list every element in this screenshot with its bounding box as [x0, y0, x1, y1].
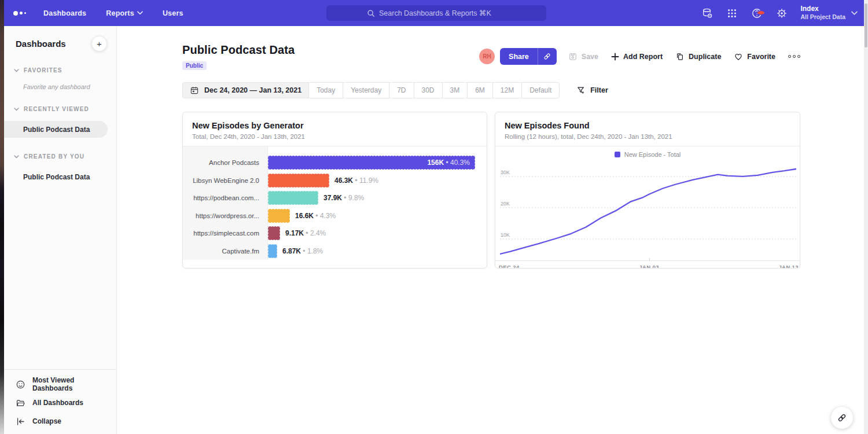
more-actions-button[interactable] [788, 55, 800, 58]
section-created-by-you-label: CREATED BY YOU [24, 153, 84, 160]
line-chart-plot[interactable]: 10K20K30K [495, 161, 800, 260]
top-menu: Dashboards Reports Users [43, 9, 183, 17]
avatar[interactable]: RH [479, 49, 495, 64]
bar-segment-1[interactable]: 156K • 40.3% [268, 156, 475, 170]
calendar-icon [190, 86, 199, 95]
save-button[interactable]: Save [568, 52, 598, 61]
sidebar-footer: Most Viewed Dashboards All Dashboards Co… [4, 369, 116, 431]
search-icon [367, 9, 375, 17]
share-button-group: Share [500, 48, 557, 65]
bar-zone: 46.3K • 11.9% [268, 172, 487, 190]
favorite-button[interactable]: Favorite [734, 52, 775, 61]
sidebar-item-public-podcast-data-recent[interactable]: Public Podcast Data [4, 121, 108, 138]
quick-range-7d[interactable]: 7D [389, 83, 413, 98]
bar-chart-header: New Episodes by Generator Total, Dec 24t… [183, 112, 487, 146]
bar-value-label: 9.17K • 2.4% [285, 229, 326, 237]
save-label: Save [582, 53, 598, 61]
bar-segment-4[interactable] [268, 209, 290, 223]
filter-button[interactable]: Filter [576, 86, 608, 95]
bar-category-label: Libsyn WebEngine 2.0 [183, 177, 268, 184]
section-recently-viewed-label: RECENTLY VIEWED [24, 106, 89, 112]
line-chart-header: New Episodes Found Rolling (12 hours), t… [495, 112, 800, 146]
plus-icon [611, 53, 619, 61]
date-range-bar: Dec 24, 2020 — Jan 13, 2021 TodayYesterd… [182, 82, 560, 98]
nav-reports[interactable]: Reports [106, 9, 143, 17]
quick-range-yesterday[interactable]: Yesterday [343, 83, 389, 98]
bar-zone: 156K • 40.3% [268, 154, 487, 172]
nav-users[interactable]: Users [163, 9, 183, 17]
bar-segment-6[interactable] [268, 244, 277, 258]
nav-reports-label: Reports [106, 9, 134, 17]
quick-range-3m[interactable]: 3M [442, 83, 468, 98]
add-report-button[interactable]: Add Report [611, 53, 663, 61]
section-created-by-you[interactable]: CREATED BY YOU [14, 153, 116, 160]
bar-segment-2[interactable] [268, 174, 329, 187]
most-viewed-dashboards-button[interactable]: Most Viewed Dashboards [4, 375, 116, 393]
duplicate-label: Duplicate [689, 53, 721, 61]
bar-row: https://wordpress.or...16.6K • 4.3% [183, 207, 487, 225]
apps-grid-icon[interactable] [726, 7, 738, 20]
nav-dashboards[interactable]: Dashboards [43, 9, 86, 17]
bar-value-label: 37.9K • 9.8% [323, 194, 364, 202]
collapse-icon [16, 417, 25, 426]
charts-row: New Episodes by Generator Total, Dec 24t… [182, 112, 800, 269]
bar-chart-plot[interactable]: Anchor Podcasts156K • 40.3%Libsyn WebEng… [183, 146, 487, 268]
x-tick-label-start: DEC 24 [499, 264, 520, 269]
quick-range-today[interactable]: Today [308, 83, 343, 98]
gear-icon[interactable] [775, 7, 788, 20]
bar-zone: 9.17K • 2.4% [268, 225, 487, 242]
quick-range-12m[interactable]: 12M [492, 83, 521, 98]
duplicate-icon [675, 52, 685, 61]
bar-row: https://podbean.com...37.9K • 9.8% [183, 189, 487, 207]
bar-category-label: https://simplecast.com [183, 230, 268, 237]
data-source-icon[interactable] [701, 7, 713, 20]
background-edge-strip [0, 0, 4, 434]
bar-segment-5[interactable] [268, 226, 280, 240]
line-chart-legend[interactable]: New Episode - Total [495, 148, 800, 161]
dashboard-actions: RH Share Save Add Report Dupl [479, 48, 800, 65]
quick-range-30d[interactable]: 30D [414, 83, 442, 98]
bar-zone: 16.6K • 4.3% [268, 207, 487, 225]
section-favorites[interactable]: FAVORITES [14, 67, 116, 73]
bar-value-label: 46.3K • 11.9% [334, 176, 378, 185]
line-chart-title[interactable]: New Episodes Found [505, 121, 790, 130]
scrollbar-thumb[interactable] [865, 3, 867, 47]
help-icon[interactable] [751, 7, 763, 20]
date-range-picker[interactable]: Dec 24, 2020 — Jan 13, 2021 [183, 83, 308, 98]
search-input[interactable] [326, 5, 546, 21]
public-badge: Public [182, 61, 207, 70]
project-scope: All Project Data [800, 13, 845, 21]
section-recently-viewed[interactable]: RECENTLY VIEWED [14, 106, 116, 112]
bar-chart-title[interactable]: New Episodes by Generator [192, 121, 477, 130]
page-scrollbar[interactable] [864, 0, 868, 434]
project-switcher[interactable]: Index All Project Data [800, 5, 858, 21]
app-logo-icon[interactable] [13, 11, 33, 16]
favorite-label: Favorite [747, 53, 775, 61]
top-navigation: Dashboards Reports Users [4, 0, 868, 26]
chevron-down-icon [14, 69, 19, 72]
share-button[interactable]: Share [500, 48, 538, 65]
bar-segment-3[interactable] [268, 191, 318, 205]
add-report-label: Add Report [623, 53, 663, 61]
quick-range-6m[interactable]: 6M [467, 83, 492, 98]
y-tick-label: 20K [501, 201, 510, 207]
bar-chart-panel: New Episodes by Generator Total, Dec 24t… [182, 112, 487, 269]
add-dashboard-button[interactable]: + [91, 36, 107, 52]
quick-range-default[interactable]: Default [521, 83, 559, 98]
collapse-sidebar-button[interactable]: Collapse [4, 412, 116, 431]
x-tick-label-end: JAN 13 [778, 264, 799, 269]
all-dashboards-button[interactable]: All Dashboards [4, 393, 116, 412]
project-name: Index [800, 5, 845, 13]
floating-link-button[interactable] [831, 407, 853, 429]
filter-funnel-icon [576, 86, 586, 95]
nav-right-cluster: Index All Project Data [701, 0, 858, 26]
bar-value-label: 16.6K • 4.3% [295, 212, 336, 220]
duplicate-button[interactable]: Duplicate [675, 52, 721, 61]
section-favorites-label: FAVORITES [24, 67, 62, 73]
line-series-new-episode-total[interactable] [500, 169, 796, 254]
search-text-field[interactable] [379, 9, 505, 17]
bar-category-label: https://podbean.com... [183, 194, 268, 201]
bar-row: Captivate.fm6.87K • 1.8% [183, 242, 487, 260]
sidebar-item-public-podcast-data-created[interactable]: Public Podcast Data [4, 168, 116, 185]
share-link-button[interactable] [538, 48, 557, 65]
